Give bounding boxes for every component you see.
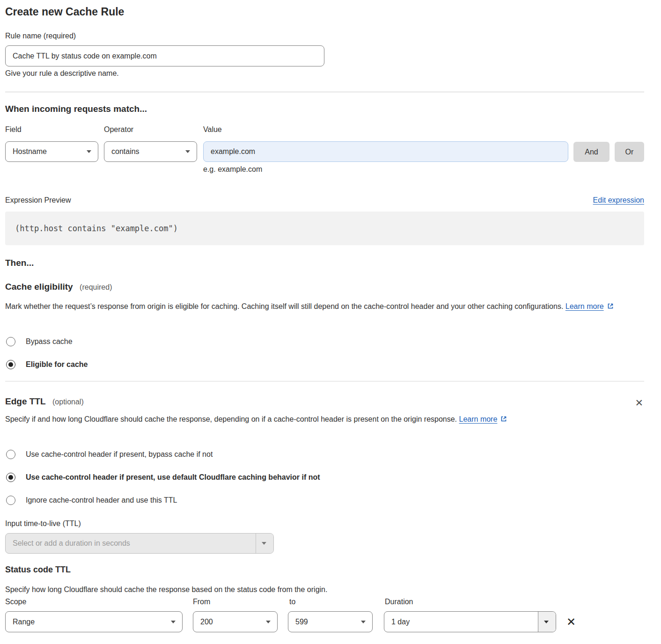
- bypass-cache-option[interactable]: Bypass cache: [6, 337, 73, 346]
- edge-ttl-heading: Edge TTL: [5, 396, 46, 406]
- value-helper: e.g. example.com: [203, 165, 262, 174]
- edge-ttl-description: Specify if and how long Cloudflare shoul…: [5, 413, 522, 427]
- cache-eligibility-heading-row: Cache eligibility (required): [5, 282, 112, 292]
- radio-unselected-icon[interactable]: [6, 496, 15, 505]
- field-select-value: Hostname: [13, 147, 47, 156]
- edge-ttl-optional-badge: (optional): [52, 398, 84, 406]
- scope-label: Scope: [5, 598, 26, 606]
- chevron-down-icon: [361, 621, 366, 623]
- page-title: Create new Cache Rule: [5, 6, 124, 18]
- edit-expression-link[interactable]: Edit expression: [593, 196, 644, 205]
- section-divider: [5, 381, 644, 381]
- external-link-icon: [607, 301, 614, 314]
- duration-value: 1 day: [384, 618, 538, 626]
- edge-ttl-option-default[interactable]: Use cache-control header if present, use…: [6, 473, 320, 482]
- expression-code: (http.host contains "example.com"): [5, 224, 178, 233]
- create-cache-rule-form: Create new Cache Rule Rule name (require…: [0, 0, 661, 644]
- to-select-value: 599: [295, 618, 308, 626]
- chevron-down-icon: [185, 150, 190, 153]
- status-code-ttl-heading: Status code TTL: [5, 565, 71, 575]
- cache-eligibility-required-badge: (required): [80, 283, 112, 291]
- edge-ttl-option-ignore-label: Ignore cache-control header and use this…: [26, 496, 177, 505]
- cache-eligibility-description: Mark whether the request’s response from…: [5, 300, 637, 314]
- or-button[interactable]: Or: [615, 142, 644, 162]
- radio-unselected-icon[interactable]: [6, 450, 15, 459]
- ttl-duration-combobox[interactable]: Select or add a duration in seconds: [5, 533, 274, 554]
- chevron-down-icon: [266, 621, 271, 623]
- ttl-duration-dropdown-button[interactable]: [256, 534, 273, 553]
- then-heading: Then...: [5, 258, 34, 268]
- external-link-icon: [500, 414, 507, 427]
- chevron-down-icon: [544, 621, 549, 623]
- cache-eligibility-heading: Cache eligibility: [5, 282, 73, 292]
- ttl-input-label: Input time-to-live (TTL): [5, 520, 81, 528]
- chevron-down-icon: [262, 542, 266, 545]
- from-select-value: 200: [200, 618, 213, 626]
- edge-ttl-option-ignore[interactable]: Ignore cache-control header and use this…: [6, 496, 177, 505]
- rule-name-input[interactable]: [5, 45, 324, 66]
- bypass-cache-label: Bypass cache: [26, 337, 73, 346]
- to-select[interactable]: 599: [288, 611, 373, 632]
- cache-eligibility-learn-more-link[interactable]: Learn more: [566, 302, 604, 310]
- chevron-down-icon: [87, 150, 91, 153]
- duration-label: Duration: [385, 598, 413, 606]
- value-label: Value: [203, 125, 222, 134]
- and-button[interactable]: And: [573, 142, 610, 162]
- to-label: to: [289, 598, 295, 606]
- cache-eligibility-description-text: Mark whether the request’s response from…: [5, 302, 563, 310]
- edge-ttl-option-bypass-label: Use cache-control header if present, byp…: [26, 450, 213, 459]
- ttl-duration-placeholder: Select or add a duration in seconds: [6, 539, 256, 548]
- from-label: From: [193, 598, 210, 606]
- section-divider: [5, 92, 644, 92]
- radio-selected-icon[interactable]: [6, 360, 15, 369]
- match-heading: When incoming requests match...: [5, 104, 147, 114]
- operator-select[interactable]: contains: [104, 141, 197, 162]
- field-label: Field: [5, 125, 22, 134]
- value-input[interactable]: [203, 141, 568, 162]
- eligible-for-cache-label: Eligible for cache: [26, 360, 88, 369]
- expression-preview-label: Expression Preview: [5, 196, 71, 205]
- edge-ttl-option-bypass[interactable]: Use cache-control header if present, byp…: [6, 450, 213, 459]
- duration-combobox[interactable]: 1 day: [384, 611, 556, 632]
- operator-label: Operator: [104, 125, 133, 134]
- from-select[interactable]: 200: [193, 611, 278, 632]
- edge-ttl-learn-more-link[interactable]: Learn more: [459, 415, 498, 423]
- chevron-down-icon: [171, 621, 176, 623]
- edge-ttl-close-icon[interactable]: ✕: [635, 398, 643, 408]
- operator-select-value: contains: [111, 147, 140, 156]
- field-select[interactable]: Hostname: [5, 141, 98, 162]
- radio-selected-icon[interactable]: [6, 473, 15, 482]
- scope-select[interactable]: Range: [5, 611, 183, 632]
- rule-name-label: Rule name (required): [5, 32, 76, 40]
- duration-dropdown-button[interactable]: [538, 612, 556, 632]
- edge-ttl-description-text: Specify if and how long Cloudflare shoul…: [5, 415, 457, 423]
- delete-status-code-row-icon[interactable]: ✕: [566, 616, 576, 628]
- status-code-ttl-description: Specify how long Cloudflare should cache…: [5, 583, 327, 596]
- edge-ttl-option-default-label: Use cache-control header if present, use…: [26, 473, 320, 482]
- eligible-for-cache-option[interactable]: Eligible for cache: [6, 360, 88, 369]
- scope-select-value: Range: [13, 618, 35, 626]
- rule-name-helper: Give your rule a descriptive name.: [5, 69, 119, 78]
- radio-unselected-icon[interactable]: [6, 337, 15, 346]
- edge-ttl-heading-row: Edge TTL (optional): [5, 396, 84, 407]
- expression-preview-box: (http.host contains "example.com"): [5, 212, 644, 245]
